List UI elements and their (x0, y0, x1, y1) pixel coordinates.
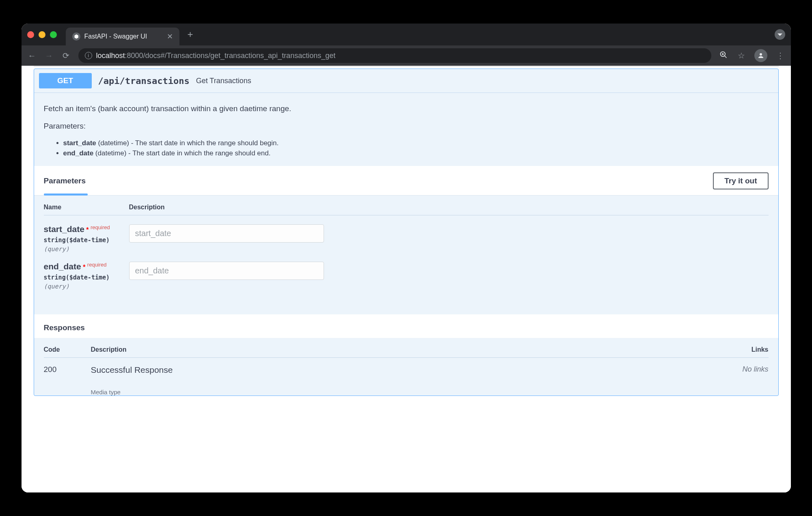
doc-param-text: (datetime) - The start date in which the… (93, 149, 270, 157)
parameters-table-head: Name Description (44, 204, 769, 215)
minimize-window-button[interactable] (39, 31, 45, 38)
endpoint-path: /api/transactions (98, 76, 190, 86)
col-header-links: Links (732, 346, 769, 353)
parameter-location: (query) (44, 245, 129, 253)
parameter-name: start_date (44, 224, 84, 234)
browser-window: ⬢ FastAPI - Swagger UI ✕ + ← → ⟳ i local… (22, 24, 791, 492)
responses-table-head: Code Description Links (44, 346, 769, 358)
kebab-menu-icon[interactable]: ⋮ (775, 51, 785, 60)
tabs-menu-icon[interactable] (775, 29, 785, 40)
divider (34, 66, 779, 67)
tab-title: FastAPI - Swagger UI (84, 33, 147, 40)
parameter-row: start_date * required string($date-time)… (44, 215, 769, 253)
response-code: 200 (44, 365, 91, 396)
profile-button[interactable] (754, 49, 767, 62)
description-params-label: Parameters: (44, 120, 769, 132)
address-bar: ← → ⟳ i localhost:8000/docs#/Transaction… (22, 45, 791, 66)
active-tab-indicator (44, 194, 88, 196)
page-content: GET /api/transactions Get Transactions F… (22, 66, 791, 492)
end-date-input[interactable] (129, 262, 324, 280)
list-item: start_date (datetime) - The start date i… (63, 138, 769, 148)
required-label: required (87, 262, 107, 268)
parameter-input-cell (129, 262, 769, 280)
responses-body: Code Description Links 200 Successful Re… (34, 338, 778, 396)
url-host: localhost (96, 52, 125, 60)
new-tab-button[interactable]: + (184, 29, 197, 40)
parameter-name: end_date (44, 262, 81, 271)
window-controls (27, 31, 57, 38)
col-header-name: Name (44, 204, 129, 211)
reload-button[interactable]: ⟳ (61, 51, 71, 60)
close-window-button[interactable] (27, 31, 34, 38)
svg-point-4 (760, 53, 762, 56)
back-button[interactable]: ← (27, 51, 37, 60)
response-description: Successful Response Media type (91, 365, 732, 396)
parameters-body: Name Description start_date * required s… (34, 196, 778, 314)
operation-block: GET /api/transactions Get Transactions F… (34, 69, 779, 396)
doc-param-name: start_date (63, 139, 96, 147)
endpoint-description: Fetch an item's (bank account) transacti… (34, 93, 778, 166)
col-header-code: Code (44, 346, 91, 353)
doc-param-text: (datetime) - The start date in which the… (96, 139, 279, 147)
url-path: :8000/docs#/Transactions/get_transaction… (125, 52, 336, 60)
doc-param-name: end_date (63, 149, 94, 157)
list-item: end_date (datetime) - The start date in … (63, 148, 769, 159)
responses-title: Responses (44, 323, 769, 332)
try-it-out-button[interactable]: Try it out (713, 172, 768, 189)
tab-bar: ⬢ FastAPI - Swagger UI ✕ + (22, 24, 791, 45)
response-row: 200 Successful Response Media type No li… (44, 358, 769, 396)
start-date-input[interactable] (129, 224, 324, 243)
browser-tab[interactable]: ⬢ FastAPI - Swagger UI ✕ (66, 28, 179, 45)
url-input[interactable]: i localhost:8000/docs#/Transactions/get_… (78, 48, 711, 63)
method-badge: GET (39, 73, 92, 88)
parameter-input-cell (129, 224, 769, 243)
parameter-name-block: end_date * required string($date-time) (… (44, 262, 129, 290)
parameter-type: string($date-time) (44, 236, 129, 244)
parameter-name-block: start_date * required string($date-time)… (44, 224, 129, 253)
close-tab-icon[interactable]: ✕ (167, 32, 173, 41)
bookmark-icon[interactable]: ☆ (736, 51, 746, 60)
parameters-header: Parameters Try it out (34, 166, 778, 196)
favicon-icon: ⬢ (72, 32, 80, 41)
endpoint-summary: Get Transactions (196, 77, 251, 85)
parameters-title: Parameters (44, 176, 86, 185)
zoom-icon[interactable] (719, 51, 728, 61)
forward-button[interactable]: → (44, 51, 54, 60)
operation-summary[interactable]: GET /api/transactions Get Transactions (34, 69, 778, 93)
col-header-description: Description (129, 204, 769, 211)
required-star-icon: * (86, 226, 89, 233)
description-param-list: start_date (datetime) - The start date i… (44, 138, 769, 159)
responses-header: Responses (34, 314, 778, 338)
media-type-label: Media type (91, 389, 732, 396)
parameter-row: end_date * required string($date-time) (… (44, 253, 769, 290)
col-header-description: Description (91, 346, 732, 353)
required-star-icon: * (83, 264, 85, 271)
parameter-type: string($date-time) (44, 274, 129, 281)
response-description-text: Successful Response (91, 365, 732, 375)
maximize-window-button[interactable] (50, 31, 57, 38)
toolbar-right: ☆ ⋮ (719, 49, 785, 62)
parameter-location: (query) (44, 283, 129, 290)
site-info-icon[interactable]: i (85, 52, 92, 59)
description-intro: Fetch an item's (bank account) transacti… (44, 103, 769, 114)
svg-line-1 (724, 56, 726, 58)
required-label: required (91, 224, 110, 230)
response-links: No links (732, 365, 769, 396)
